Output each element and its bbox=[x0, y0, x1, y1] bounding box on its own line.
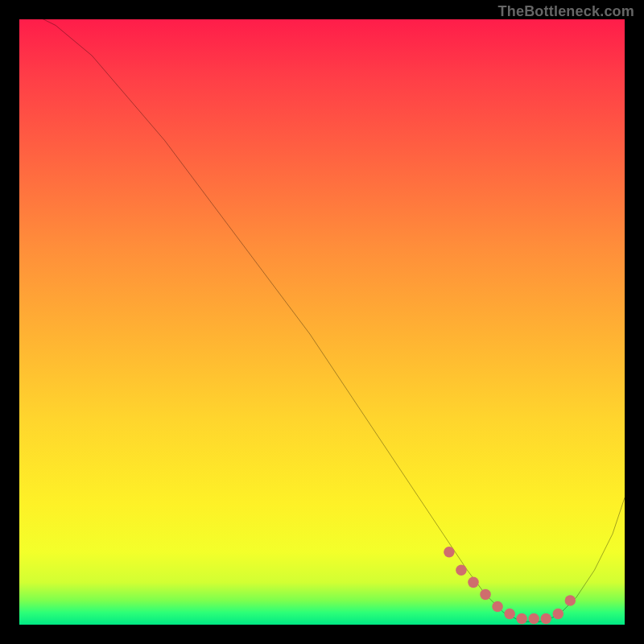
curve-line bbox=[19, 19, 625, 621]
marker-dot bbox=[516, 613, 527, 625]
marker-dot bbox=[504, 609, 515, 620]
marker-dot bbox=[553, 609, 564, 620]
bottleneck-curve bbox=[19, 19, 625, 621]
chart-frame: TheBottleneck.com bbox=[0, 0, 644, 644]
marker-dot bbox=[528, 613, 539, 625]
marker-dot bbox=[565, 595, 576, 606]
optimal-range-markers bbox=[444, 547, 576, 624]
marker-dot bbox=[444, 547, 455, 558]
marker-dot bbox=[540, 613, 551, 625]
watermark-text: TheBottleneck.com bbox=[498, 3, 634, 20]
chart-svg bbox=[19, 19, 625, 625]
marker-dot bbox=[456, 565, 467, 576]
marker-dot bbox=[480, 589, 491, 601]
plot-area bbox=[19, 19, 625, 625]
marker-dot bbox=[468, 577, 479, 588]
marker-dot bbox=[492, 601, 503, 613]
